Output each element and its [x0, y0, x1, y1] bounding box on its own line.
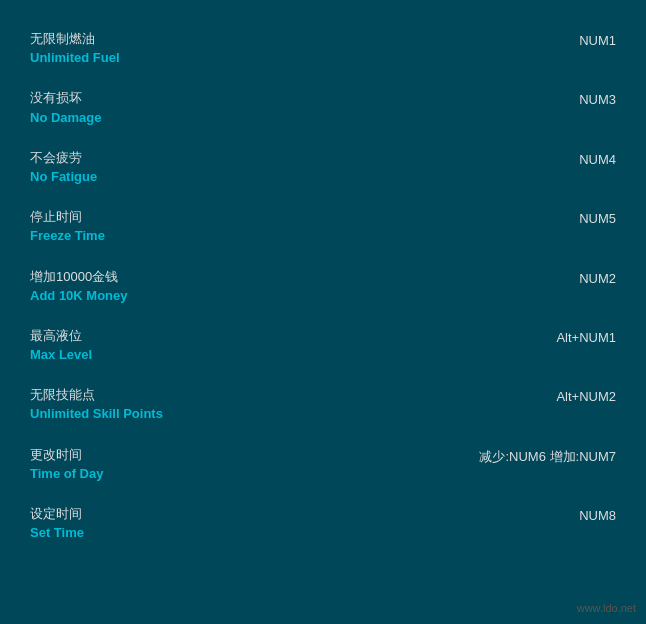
cheat-key: Alt+NUM2 — [556, 386, 616, 406]
cheat-name-en: Unlimited Fuel — [30, 49, 120, 67]
cheat-key: NUM5 — [579, 208, 616, 228]
cheat-names: 无限技能点Unlimited Skill Points — [30, 386, 163, 423]
cheat-name-cn: 增加10000金钱 — [30, 268, 128, 286]
cheat-names: 不会疲劳No Fatigue — [30, 149, 97, 186]
cheat-item: 不会疲劳No FatigueNUM4 — [30, 139, 616, 196]
cheat-name-en: Unlimited Skill Points — [30, 405, 163, 423]
cheat-name-en: Time of Day — [30, 465, 103, 483]
cheat-name-cn: 最高液位 — [30, 327, 92, 345]
cheat-name-en: No Damage — [30, 109, 102, 127]
cheat-key: 减少:NUM6 增加:NUM7 — [479, 446, 616, 466]
cheat-name-cn: 无限技能点 — [30, 386, 163, 404]
cheat-key: NUM4 — [579, 149, 616, 169]
cheat-names: 停止时间Freeze Time — [30, 208, 105, 245]
cheat-item: 设定时间Set TimeNUM8 — [30, 495, 616, 552]
cheat-name-cn: 不会疲劳 — [30, 149, 97, 167]
cheat-name-cn: 更改时间 — [30, 446, 103, 464]
cheat-names: 设定时间Set Time — [30, 505, 84, 542]
cheat-name-en: Max Level — [30, 346, 92, 364]
cheat-name-en: No Fatigue — [30, 168, 97, 186]
cheat-names: 没有损坏No Damage — [30, 89, 102, 126]
cheat-name-cn: 设定时间 — [30, 505, 84, 523]
watermark: www.ldo.net — [577, 602, 636, 614]
cheat-item: 停止时间Freeze TimeNUM5 — [30, 198, 616, 255]
cheat-names: 无限制燃油Unlimited Fuel — [30, 30, 120, 67]
cheat-item: 无限制燃油Unlimited FuelNUM1 — [30, 20, 616, 77]
cheat-list: 无限制燃油Unlimited FuelNUM1没有损坏No DamageNUM3… — [0, 0, 646, 624]
cheat-item: 无限技能点Unlimited Skill PointsAlt+NUM2 — [30, 376, 616, 433]
cheat-name-cn: 无限制燃油 — [30, 30, 120, 48]
cheat-name-en: Add 10K Money — [30, 287, 128, 305]
cheat-item: 更改时间Time of Day减少:NUM6 增加:NUM7 — [30, 436, 616, 493]
cheat-name-en: Freeze Time — [30, 227, 105, 245]
cheat-key: NUM3 — [579, 89, 616, 109]
cheat-item: 增加10000金钱Add 10K MoneyNUM2 — [30, 258, 616, 315]
cheat-item: 没有损坏No DamageNUM3 — [30, 79, 616, 136]
cheat-names: 增加10000金钱Add 10K Money — [30, 268, 128, 305]
cheat-key: NUM1 — [579, 30, 616, 50]
cheat-key: NUM2 — [579, 268, 616, 288]
cheat-name-cn: 没有损坏 — [30, 89, 102, 107]
cheat-item: 最高液位Max LevelAlt+NUM1 — [30, 317, 616, 374]
cheat-key: Alt+NUM1 — [556, 327, 616, 347]
cheat-key: NUM8 — [579, 505, 616, 525]
cheat-names: 更改时间Time of Day — [30, 446, 103, 483]
cheat-name-cn: 停止时间 — [30, 208, 105, 226]
cheat-names: 最高液位Max Level — [30, 327, 92, 364]
cheat-name-en: Set Time — [30, 524, 84, 542]
